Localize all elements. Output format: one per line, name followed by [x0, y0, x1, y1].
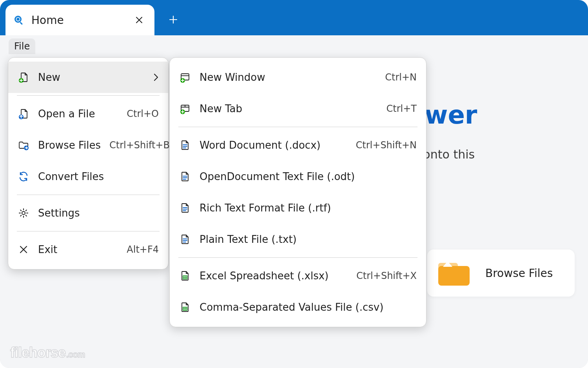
menu-item-shortcut: Ctrl+Shift+N	[356, 140, 417, 151]
new-xlsx[interactable]: Excel Spreadsheet (.xlsx) Ctrl+Shift+X	[170, 260, 426, 291]
menu-item-label: Comma-Separated Values File (.csv)	[200, 301, 383, 313]
file-menu: New Open a File Ctrl+O	[8, 57, 169, 270]
menu-item-label: Convert Files	[38, 171, 104, 182]
tab-home[interactable]: Home	[5, 5, 154, 35]
tab-title: Home	[31, 14, 64, 27]
menu-item-label: Exit	[38, 244, 57, 255]
menu-item-shortcut: Ctrl+O	[127, 108, 159, 119]
menu-item-label: Plain Text File (.txt)	[200, 233, 297, 245]
menu-bar: File	[0, 35, 588, 57]
document-blue-icon	[179, 171, 191, 182]
browse-files-label: Browse Files	[485, 267, 553, 280]
new-tab[interactable]: New Tab Ctrl+T	[170, 93, 426, 124]
menu-item-label: OpenDocument Text File (.odt)	[200, 171, 355, 182]
menu-item-label: New Window	[200, 71, 265, 83]
file-menu-exit[interactable]: Exit Alt+F4	[8, 234, 168, 265]
menu-item-label: Excel Spreadsheet (.xlsx)	[200, 270, 328, 282]
watermark: filehorse.com	[10, 344, 85, 361]
new-tab-icon	[179, 103, 191, 115]
menu-item-shortcut: Ctrl+T	[387, 103, 417, 114]
watermark-brand: filehorse	[10, 344, 65, 361]
menu-item-label: Browse Files	[38, 139, 101, 151]
new-window[interactable]: New Window Ctrl+N	[170, 62, 426, 93]
file-menu-new[interactable]: New	[8, 62, 168, 93]
menu-item-shortcut: Ctrl+N	[385, 72, 417, 83]
menu-item-label: Settings	[38, 207, 80, 219]
menu-item-label: New	[38, 71, 60, 83]
new-tab-button[interactable]	[165, 12, 181, 27]
magnifier-icon	[13, 15, 24, 26]
new-file-icon	[18, 71, 29, 83]
menu-file[interactable]: File	[9, 38, 35, 54]
chevron-right-icon	[153, 73, 159, 82]
file-menu-open[interactable]: Open a File Ctrl+O	[8, 98, 168, 129]
watermark-tld: .com	[66, 350, 85, 359]
file-menu-browse[interactable]: Browse Files Ctrl+Shift+B	[8, 129, 168, 161]
spreadsheet-icon	[179, 301, 191, 313]
menu-item-label: New Tab	[200, 103, 242, 115]
svg-rect-3	[20, 22, 23, 25]
menu-separator	[17, 195, 160, 195]
folder-icon	[438, 261, 470, 286]
browse-files-card[interactable]: Browse Files	[427, 250, 575, 297]
menu-separator	[17, 95, 160, 96]
svg-point-7	[22, 211, 25, 215]
new-txt[interactable]: Plain Text File (.txt)	[170, 224, 426, 255]
menu-item-shortcut: Alt+F4	[127, 244, 159, 255]
new-window-icon	[179, 71, 191, 83]
menu-item-label: Open a File	[38, 108, 95, 120]
menu-item-shortcut: Ctrl+Shift+X	[356, 270, 417, 281]
close-icon[interactable]	[132, 13, 147, 27]
spreadsheet-icon	[179, 270, 191, 282]
close-icon	[18, 244, 29, 255]
menu-item-shortcut: Ctrl+Shift+B	[109, 140, 170, 151]
menu-separator	[17, 231, 160, 231]
document-blue-icon	[179, 233, 191, 245]
gear-icon	[18, 207, 29, 219]
new-submenu: New Window Ctrl+N New Tab Ctrl+T	[169, 57, 426, 327]
new-docx[interactable]: Word Document (.docx) Ctrl+Shift+N	[170, 129, 426, 161]
open-file-icon	[18, 108, 29, 120]
app-window: Home File ile Viewer y file or folder on…	[0, 0, 588, 368]
folder-arrow-icon	[18, 139, 29, 151]
menu-separator	[178, 257, 417, 258]
svg-point-2	[16, 18, 20, 21]
file-menu-convert[interactable]: Convert Files	[8, 161, 168, 192]
convert-icon	[18, 171, 29, 182]
menu-item-label: Word Document (.docx)	[200, 139, 321, 151]
title-bar: Home	[0, 0, 588, 35]
document-blue-icon	[179, 139, 191, 151]
document-blue-icon	[179, 202, 191, 214]
new-csv[interactable]: Comma-Separated Values File (.csv)	[170, 291, 426, 323]
new-odt[interactable]: OpenDocument Text File (.odt)	[170, 161, 426, 192]
menu-separator	[178, 127, 417, 127]
new-rtf[interactable]: Rich Text Format File (.rtf)	[170, 192, 426, 224]
file-menu-settings[interactable]: Settings	[8, 197, 168, 229]
menu-item-label: Rich Text Format File (.rtf)	[200, 202, 331, 214]
